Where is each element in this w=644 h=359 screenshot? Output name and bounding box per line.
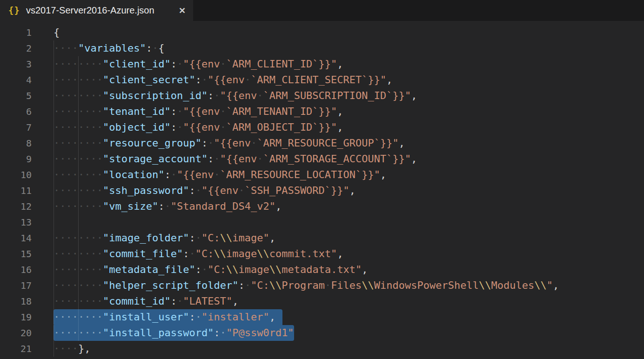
tab-vs2017-server2016-azure-json[interactable]: {} vs2017-Server2016-Azure.json ✕ (0, 0, 193, 21)
line-number[interactable]: 2 (0, 40, 32, 56)
line-number[interactable]: 20 (0, 325, 32, 341)
whitespace-dot: · (214, 90, 220, 101)
whitespace-dot: · (84, 327, 90, 339)
code-line[interactable]: 21····}, (0, 341, 644, 357)
line-number[interactable]: 8 (0, 135, 32, 151)
whitespace-dot: · (97, 106, 103, 117)
whitespace-dot: · (66, 264, 72, 275)
code-text: ········"location":·"{{env·`ARM_RESOURCE… (54, 167, 386, 183)
whitespace-dot: · (72, 232, 78, 244)
code-line[interactable]: 9········"storage_account":·"{{env·`ARM_… (0, 151, 644, 167)
whitespace-dot: · (60, 295, 66, 307)
whitespace-dot: · (72, 311, 78, 323)
whitespace-dot: · (78, 264, 84, 275)
whitespace-dot: · (60, 311, 66, 323)
code-line[interactable]: 11········"ssh_password":·"{{env·`SSH_PA… (0, 183, 644, 199)
whitespace-dot: · (84, 169, 90, 180)
line-number[interactable]: 6 (0, 104, 32, 120)
code-line[interactable]: 17········"helper_script_folder":·"C:\\P… (0, 278, 644, 293)
whitespace-dot: · (54, 279, 60, 291)
code-text-selected: ········"install_user":·"installer", (54, 309, 282, 325)
code-line[interactable]: 12········"vm_size":·"Standard_DS4_v2", (0, 199, 644, 214)
line-number[interactable]: 9 (0, 151, 32, 167)
whitespace-dot: · (60, 106, 66, 117)
code-text: ········"object_id":·"{{env·`ARM_OBJECT_… (54, 120, 343, 135)
whitespace-dot: · (325, 279, 331, 291)
tab-title: vs2017-Server2016-Azure.json (26, 5, 154, 16)
code-editor[interactable]: 1{2····"variables":·{3········"client_id… (0, 21, 644, 359)
code-line[interactable]: 7········"object_id":·"{{env·`ARM_OBJECT… (0, 120, 644, 135)
whitespace-dot: · (72, 279, 78, 291)
whitespace-dot: · (60, 169, 66, 180)
line-number[interactable]: 16 (0, 262, 32, 278)
whitespace-dot: · (91, 121, 97, 133)
whitespace-dot: · (214, 153, 220, 165)
whitespace-dot: · (66, 295, 72, 307)
line-number[interactable]: 5 (0, 88, 32, 104)
whitespace-dot: · (91, 232, 97, 244)
code-line[interactable]: 6········"tenant_id":·"{{env·`ARM_TENANT… (0, 104, 644, 120)
code-line[interactable]: 15········"commit_file":·"C:\\image\\com… (0, 246, 644, 262)
line-number[interactable]: 10 (0, 167, 32, 183)
line-number[interactable]: 19 (0, 309, 32, 325)
code-line[interactable]: 5········"subscription_id":·"{{env·`ARM_… (0, 88, 644, 104)
code-text: ········"client_id":·"{{env·`ARM_CLIENT_… (54, 56, 343, 72)
whitespace-dot: · (97, 185, 103, 196)
whitespace-dot: · (195, 185, 201, 196)
code-line[interactable]: 4········"client_secret":·"{{env·`ARM_CL… (0, 72, 644, 88)
whitespace-dot: · (177, 295, 183, 307)
line-number[interactable]: 13 (0, 214, 32, 230)
code-line[interactable]: 16········"metadata_file":·"C:\\image\\m… (0, 262, 644, 278)
whitespace-dot: · (78, 327, 84, 339)
whitespace-dot: · (60, 200, 66, 212)
code-line[interactable]: 20········"install_password":·"P@ssw0rd1… (0, 325, 644, 341)
code-line[interactable]: 1{ (0, 25, 644, 40)
line-number[interactable]: 21 (0, 341, 32, 357)
whitespace-dot: · (60, 153, 66, 165)
code-line[interactable]: 18········"commit_id":·"LATEST", (0, 293, 644, 309)
whitespace-dot: · (84, 121, 90, 133)
line-number[interactable]: 17 (0, 278, 32, 293)
whitespace-dot: · (72, 295, 78, 307)
whitespace-dot: · (60, 279, 66, 291)
code-text: ····}, (54, 341, 91, 357)
line-number[interactable]: 4 (0, 72, 32, 88)
code-line[interactable]: 14········"image_folder":·"C:\\image", (0, 230, 644, 246)
whitespace-dot: · (251, 137, 257, 149)
whitespace-dot: · (72, 185, 78, 196)
whitespace-dot: · (72, 343, 78, 354)
whitespace-dot: · (54, 42, 60, 54)
close-icon[interactable]: ✕ (179, 7, 186, 15)
code-line[interactable]: 13 (0, 214, 644, 230)
line-number[interactable]: 18 (0, 293, 32, 309)
whitespace-dot: · (66, 42, 72, 54)
line-number[interactable]: 12 (0, 199, 32, 214)
whitespace-dot: · (72, 137, 78, 149)
whitespace-dot: · (84, 185, 90, 196)
code-line[interactable]: 8········"resource_group":·"{{env·`ARM_R… (0, 135, 644, 151)
whitespace-dot: · (91, 327, 97, 339)
line-number[interactable]: 11 (0, 183, 32, 199)
json-braces-icon: {} (8, 6, 20, 15)
line-number[interactable]: 15 (0, 246, 32, 262)
line-number[interactable]: 3 (0, 56, 32, 72)
whitespace-dot: · (60, 90, 66, 101)
whitespace-dot: · (72, 200, 78, 212)
whitespace-dot: · (54, 200, 60, 212)
code-line[interactable]: 2····"variables":·{ (0, 40, 644, 56)
code-line[interactable]: 3········"client_id":·"{{env·`ARM_CLIENT… (0, 56, 644, 72)
code-text: { (54, 25, 60, 40)
whitespace-dot: · (78, 153, 84, 165)
whitespace-dot: · (91, 185, 97, 196)
line-number[interactable]: 1 (0, 25, 32, 40)
code-line[interactable]: 19········"install_user":·"installer", (0, 309, 644, 325)
whitespace-dot: · (60, 264, 66, 275)
whitespace-dot: · (54, 343, 60, 354)
whitespace-dot: · (78, 295, 84, 307)
whitespace-dot: · (84, 90, 90, 101)
whitespace-dot: · (78, 232, 84, 244)
line-number[interactable]: 7 (0, 120, 32, 135)
code-line[interactable]: 10········"location":·"{{env·`ARM_RESOUR… (0, 167, 644, 183)
line-number[interactable]: 14 (0, 230, 32, 246)
whitespace-dot: · (97, 90, 103, 101)
